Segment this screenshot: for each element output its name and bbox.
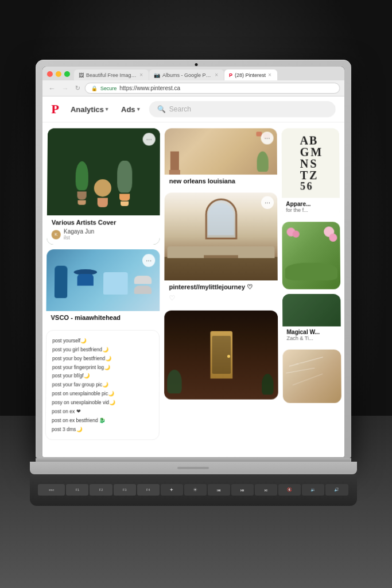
ads-nav-item[interactable]: Ads ▾ bbox=[117, 102, 143, 115]
pin-artists-board: ilst bbox=[63, 234, 94, 240]
address-bar-row: ← → ↻ 🔒 Secure https://www.pinterest.ca bbox=[42, 80, 344, 96]
tab-2-label: Albums - Google Photos bbox=[162, 72, 212, 78]
key-f12[interactable]: 🔊 bbox=[325, 484, 348, 496]
pin-typography-subtitle: for the f... bbox=[286, 207, 336, 212]
analytics-chevron: ▾ bbox=[105, 106, 108, 112]
close-button[interactable] bbox=[46, 71, 52, 76]
forward-button[interactable]: → bbox=[60, 83, 70, 92]
pin-artists-cover[interactable]: Various Artists Cover K Kagaya Jun ilst bbox=[46, 128, 160, 245]
back-button[interactable]: ← bbox=[46, 83, 57, 92]
pin-artists-title: Various Artists Cover bbox=[51, 219, 155, 226]
tab-2-favicon: 📷 bbox=[153, 72, 160, 78]
pin-door[interactable] bbox=[164, 310, 278, 399]
trackpad-notch bbox=[177, 467, 209, 469]
key-f5[interactable]: ✦ bbox=[161, 484, 183, 496]
key-f3[interactable]: F3 bbox=[114, 484, 136, 496]
camera-dot bbox=[195, 63, 197, 66]
pin-artists-more[interactable]: ··· bbox=[142, 133, 155, 145]
url-text: https://www.pinterest.ca bbox=[119, 85, 180, 91]
pin-new-orleans-title: new orleans louisiana bbox=[169, 177, 272, 184]
tab-1[interactable]: 🖼 Beautiful Free Images & Pictu... × bbox=[73, 69, 148, 80]
key-f2[interactable]: F2 bbox=[90, 484, 112, 496]
pin-vsco-title: VSCO - miaawhitehead bbox=[51, 314, 155, 321]
key-f8[interactable]: ⏭ bbox=[231, 484, 254, 496]
key-f1[interactable]: F1 bbox=[66, 484, 88, 496]
tab-2[interactable]: 📷 Albums - Google Photos × bbox=[149, 69, 223, 80]
pin-new-orleans[interactable]: new orleans louisiana ··· bbox=[164, 128, 277, 188]
ads-chevron: ▾ bbox=[137, 106, 139, 112]
pin-living-room-title: pinterest//mylittlejourney ♡ bbox=[169, 283, 273, 291]
key-f7[interactable]: ⏮ bbox=[208, 484, 230, 496]
tab-3[interactable]: P (28) Pinterest × bbox=[224, 69, 277, 80]
pinterest-logo[interactable]: P bbox=[51, 102, 59, 117]
tab-3-favicon: P bbox=[229, 72, 232, 78]
tab-1-label: Beautiful Free Images & Pictu... bbox=[86, 72, 137, 78]
pin-vsco[interactable]: VSCO - miaawhitehead ··· bbox=[46, 249, 160, 325]
analytics-nav-item[interactable]: Analytics ▾ bbox=[67, 102, 111, 115]
pin-typography-title: Appare... bbox=[286, 200, 336, 207]
tab-1-close[interactable]: × bbox=[139, 71, 143, 78]
key-f6[interactable]: ☀ bbox=[184, 484, 207, 496]
secure-label: Secure bbox=[100, 85, 117, 91]
pinterest-feed: Various Artists Cover K Kagaya Jun ilst bbox=[42, 122, 344, 446]
ads-label: Ads bbox=[121, 105, 135, 113]
pin-magical-subtitle: Zach & Ti... bbox=[286, 335, 336, 341]
pin-text-list[interactable]: post yourself🌙 post you girl bestfriend🌙… bbox=[45, 330, 160, 440]
pin-living-room[interactable]: pinterest//mylittlejourney ♡ ♡ ··· bbox=[164, 192, 278, 305]
tab-1-favicon: 🖼 bbox=[78, 72, 83, 78]
pin-living-room-heart[interactable]: ♡ bbox=[169, 293, 175, 301]
key-f4[interactable]: F4 bbox=[137, 484, 160, 496]
tab-2-close[interactable]: × bbox=[215, 71, 218, 78]
refresh-button[interactable]: ↻ bbox=[73, 84, 81, 92]
laptop-base bbox=[30, 462, 357, 474]
pin-magical[interactable]: Magical W... Zach & Ti... bbox=[282, 293, 340, 344]
minimize-button[interactable] bbox=[55, 71, 61, 76]
tab-bar: 🖼 Beautiful Free Images & Pictu... × 📷 A… bbox=[42, 67, 344, 80]
pin-vsco-more[interactable]: ··· bbox=[142, 254, 154, 266]
pin-artists-author: Kagaya Jun bbox=[63, 228, 94, 234]
secure-icon: 🔒 bbox=[91, 85, 97, 91]
text-list-content: post yourself🌙 post you girl bestfriend🌙… bbox=[51, 336, 153, 434]
fullscreen-button[interactable] bbox=[64, 71, 69, 76]
search-placeholder: Search bbox=[169, 105, 191, 113]
traffic-lights bbox=[45, 71, 73, 80]
key-esc[interactable]: esc bbox=[38, 484, 65, 496]
masonry-col-1: Various Artists Cover K Kagaya Jun ilst bbox=[45, 128, 160, 440]
tab-3-close[interactable]: × bbox=[268, 71, 271, 78]
screen-bezel: 🖼 Beautiful Free Images & Pictu... × 📷 A… bbox=[42, 67, 344, 457]
pinterest-navbar: P Analytics ▾ Ads ▾ 🔍 Search bbox=[42, 96, 344, 122]
key-f11[interactable]: 🔉 bbox=[302, 484, 324, 496]
pin-typography[interactable]: A B G M N S T Z 5 6 Appare... f bbox=[281, 128, 340, 217]
laptop-screen: 🖼 Beautiful Free Images & Pictu... × 📷 A… bbox=[36, 60, 351, 458]
key-f10[interactable]: 🔇 bbox=[278, 484, 301, 496]
address-bar[interactable]: 🔒 Secure https://www.pinterest.ca bbox=[84, 83, 340, 94]
search-icon: 🔍 bbox=[157, 105, 165, 113]
masonry-col-2: new orleans louisiana ··· bbox=[164, 128, 278, 440]
browser-window: 🖼 Beautiful Free Images & Pictu... × 📷 A… bbox=[42, 67, 344, 457]
pin-garden[interactable] bbox=[282, 222, 340, 289]
laptop-hinge bbox=[36, 458, 351, 462]
masonry-col-3: A B G M N S T Z 5 6 Appare... f bbox=[281, 128, 341, 440]
pin-artists-avatar: K bbox=[51, 230, 60, 239]
key-f9[interactable]: ⏯ bbox=[255, 484, 277, 496]
pin-new-orleans-more[interactable]: ··· bbox=[261, 131, 273, 144]
analytics-label: Analytics bbox=[70, 105, 103, 113]
pin-magical-title: Magical W... bbox=[286, 328, 336, 335]
pin-living-room-more[interactable]: ··· bbox=[261, 196, 273, 208]
tab-3-label: (28) Pinterest bbox=[235, 72, 266, 78]
pin-marble[interactable] bbox=[282, 349, 341, 403]
search-bar[interactable]: 🔍 Search bbox=[149, 101, 335, 117]
keyboard-area: esc F1 F2 F3 F4 ✦ ☀ ⏮ ⏭ ⏯ 🔇 🔉 🔊 bbox=[30, 474, 357, 506]
